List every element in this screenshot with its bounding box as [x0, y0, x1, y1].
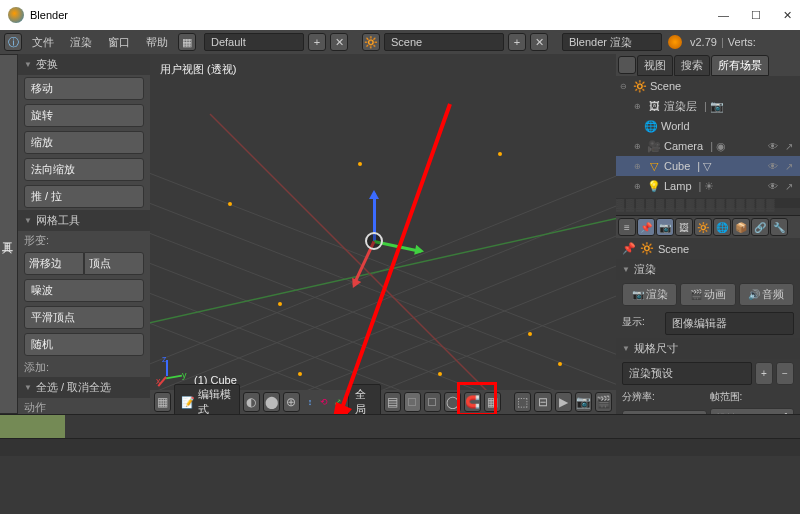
panel-mesh-tools[interactable]: 网格工具 [18, 210, 150, 231]
breadcrumb: Scene [658, 243, 689, 255]
snap-cube-icon[interactable] [424, 392, 441, 412]
prop-editor-icon[interactable]: ≡ [618, 218, 636, 236]
add-layout-button[interactable]: + [308, 33, 326, 51]
panel-render[interactable]: 渲染 [616, 259, 800, 280]
add-preset-button[interactable]: + [755, 362, 773, 385]
add-scene-button[interactable]: + [508, 33, 526, 51]
move-button[interactable]: 移动 [24, 77, 144, 100]
screen-layout-icon[interactable]: ▦ [178, 33, 196, 51]
menu-file[interactable]: 文件 [26, 33, 60, 52]
svg-point-16 [278, 302, 282, 306]
camera-icon[interactable]: 📷 [575, 392, 592, 412]
outliner-row[interactable]: ⊕🎥Camera| ◉👁↗ [616, 136, 800, 156]
constraint-tab-icon[interactable]: 🔗 [751, 218, 769, 236]
pin-icon[interactable]: 📌 [637, 218, 655, 236]
noise-button[interactable]: 噪波 [24, 279, 144, 302]
outliner-row[interactable]: ⊖🔆Scene [616, 76, 800, 96]
menu-help[interactable]: 帮助 [140, 33, 174, 52]
mode-select[interactable]: 📝 编辑模式 [174, 384, 239, 414]
audio-button[interactable]: 🔊 音频 [739, 283, 794, 306]
display-select[interactable]: 图像编辑器 [665, 312, 794, 335]
svg-point-17 [528, 332, 532, 336]
pivot-icon[interactable]: ⊕ [283, 392, 300, 412]
proportional-icon[interactable]: ◯ [444, 392, 461, 412]
edge-slide-button[interactable]: 滑移边 [24, 252, 84, 275]
editor-type-icon[interactable]: ▦ [154, 392, 171, 412]
scene-select[interactable]: Scene [384, 33, 504, 51]
window-controls: — ☐ ✕ [718, 9, 792, 22]
info-header: ⓘ 文件 渲染 窗口 帮助 ▦ Default + ✕ 🔆 Scene + ✕ … [0, 30, 800, 54]
opengl-render-icon[interactable]: ⊟ [534, 392, 551, 412]
tab-view[interactable]: 视图 [637, 55, 673, 76]
res-label: 分辨率: [622, 390, 707, 404]
gutter-tab[interactable]: 工具 [0, 54, 18, 414]
scene-tab-icon[interactable]: 🔆 [694, 218, 712, 236]
manipulator-toggles[interactable]: ↕⟲⤢ [303, 397, 345, 407]
version-text: v2.79 [690, 36, 717, 48]
modifier-tab-icon[interactable]: 🔧 [770, 218, 788, 236]
shading-icon[interactable]: ⬤ [263, 392, 280, 412]
blender-icon [668, 35, 682, 49]
res-x-field[interactable]: ‹1920 px [622, 410, 707, 415]
random-button[interactable]: 随机 [24, 333, 144, 356]
rotate-button[interactable]: 旋转 [24, 104, 144, 127]
3d-viewport[interactable]: 用户视图 (透视) zyx (1) Cube [150, 54, 616, 414]
render-preset-select[interactable]: 渲染预设 [622, 362, 752, 385]
render-button[interactable]: 📷 渲染 [622, 283, 677, 306]
tab-search[interactable]: 搜索 [674, 55, 710, 76]
scene-icon[interactable]: 🔆 [362, 33, 380, 51]
tab-all-scenes[interactable]: 所有场景 [711, 55, 769, 76]
playhead[interactable] [0, 415, 65, 438]
panel-dimensions[interactable]: 规格尺寸 [616, 338, 800, 359]
axis-widget: zyx [158, 356, 188, 386]
menu-window[interactable]: 窗口 [102, 33, 136, 52]
pin-icon[interactable]: 📌 [622, 242, 636, 255]
timeline-editor[interactable] [0, 414, 800, 456]
limit-visible-icon[interactable] [404, 392, 421, 412]
outliner-row[interactable]: 🌐World [616, 116, 800, 136]
snap-type-icon[interactable]: ▦ [484, 392, 501, 412]
outliner-row[interactable]: ⊕▽Cube| ▽👁↗ [616, 156, 800, 176]
start-field[interactable]: 起始:1 [710, 408, 795, 414]
del-layout-button[interactable]: ✕ [330, 33, 348, 51]
world-tab-icon[interactable]: 🌐 [713, 218, 731, 236]
pushpull-button[interactable]: 推 / 拉 [24, 185, 144, 208]
del-scene-button[interactable]: ✕ [530, 33, 548, 51]
panel-transform[interactable]: 变换 [18, 54, 150, 75]
snap-icon[interactable]: 🧲 [464, 392, 481, 412]
del-preset-button[interactable]: − [776, 362, 794, 385]
viewport-header: ▦ 📝 编辑模式 ◐ ⬤ ⊕ ↕⟲⤢ 全局 ▤ ◯ 🧲 ▦ ⬚ ⊟ ▶ 📷 🎬 [150, 390, 616, 414]
gizmo-origin[interactable] [365, 232, 383, 250]
outliner-tree: ⊖🔆Scene ⊕🖼渲染层| 📷 🌐World ⊕🎥Camera| ◉👁↗ ⊕▽… [616, 76, 800, 216]
outliner-row[interactable]: ⊕🖼渲染层| 📷 [616, 96, 800, 116]
display-mode-icon[interactable]: ◐ [243, 392, 260, 412]
normal-scale-button[interactable]: 法向缩放 [24, 158, 144, 181]
vertex-button[interactable]: 顶点 [84, 252, 144, 275]
close-button[interactable]: ✕ [783, 9, 792, 22]
clapper-icon[interactable]: 🎬 [595, 392, 612, 412]
maximize-button[interactable]: ☐ [751, 9, 761, 22]
outliner-row[interactable]: ⊕💡Lamp| ☀👁↗ [616, 176, 800, 196]
minimize-button[interactable]: — [718, 9, 729, 22]
svg-point-13 [228, 202, 232, 206]
engine-select[interactable]: Blender 渲染 [562, 33, 662, 51]
render-tab-icon[interactable]: 📷 [656, 218, 674, 236]
layers-tab-icon[interactable]: 🖼 [675, 218, 693, 236]
layers-toggle[interactable]: ▤ [384, 392, 401, 412]
timeline-ruler[interactable] [0, 415, 800, 439]
smooth-vertex-button[interactable]: 平滑顶点 [24, 306, 144, 329]
panel-select-all[interactable]: 全选 / 取消全选 [18, 377, 150, 398]
resize-grip[interactable] [616, 198, 800, 208]
orientation-select[interactable]: 全局 [348, 384, 381, 414]
play-icon[interactable]: ▶ [555, 392, 572, 412]
layout-select[interactable]: Default [204, 33, 304, 51]
titlebar: Blender — ☐ ✕ [0, 0, 800, 30]
render-border-icon[interactable]: ⬚ [514, 392, 531, 412]
anim-button[interactable]: 🎬 动画 [680, 283, 735, 306]
svg-line-6 [150, 114, 616, 384]
menu-render[interactable]: 渲染 [64, 33, 98, 52]
scale-button[interactable]: 缩放 [24, 131, 144, 154]
info-editor-icon[interactable]: ⓘ [4, 33, 22, 51]
outliner-editor-icon[interactable] [618, 56, 636, 74]
object-tab-icon[interactable]: 📦 [732, 218, 750, 236]
